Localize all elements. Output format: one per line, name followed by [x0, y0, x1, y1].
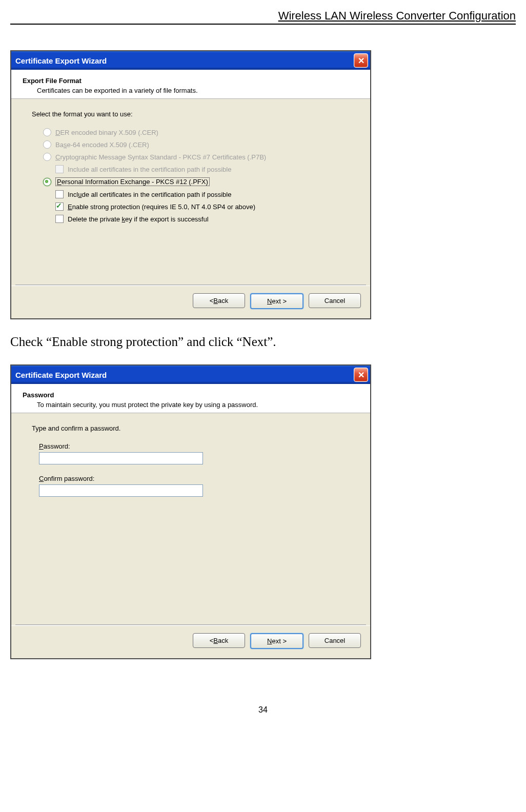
password-input[interactable]	[39, 452, 203, 464]
checkbox-icon	[55, 165, 64, 173]
checkbox-icon[interactable]	[55, 202, 64, 211]
radio-icon	[43, 140, 51, 149]
header-panel: Password To maintain security, you must …	[11, 384, 370, 413]
dialog-export-format: Certificate Export Wizard ✕ Export File …	[10, 50, 371, 319]
button-row: < Back Next > Cancel	[11, 625, 370, 658]
button-row: < Back Next > Cancel	[11, 286, 370, 318]
checkbox-icon[interactable]	[55, 190, 64, 198]
page-header: Wireless LAN Wireless Converter Configur…	[10, 9, 516, 25]
radio-der: DER encoded binary X.509 (.CER)	[43, 128, 350, 136]
body-panel: Select the format you want to use: DER e…	[11, 99, 370, 285]
checkbox-delete-key[interactable]: Delete the private key if the export is …	[55, 215, 350, 223]
radio-label: Base-64 encoded X.509 (.CER)	[55, 141, 149, 149]
radio-icon	[43, 128, 51, 136]
confirm-label: Confirm password:	[39, 475, 350, 482]
titlebar-text: Certificate Export Wizard	[15, 371, 107, 379]
panel-title: Export File Format	[23, 77, 359, 85]
checkbox-label: Enable strong protection (requires IE 5.…	[68, 203, 255, 211]
panel-subtitle: Certificates can be exported in a variet…	[37, 87, 359, 94]
checkbox-icon[interactable]	[55, 215, 64, 223]
back-button[interactable]: < Back	[193, 633, 245, 648]
page-instruction: Check “Enable strong protection” and cli…	[10, 335, 516, 349]
checkbox-strong-protection[interactable]: Enable strong protection (requires IE 5.…	[55, 202, 350, 211]
close-icon[interactable]: ✕	[354, 368, 368, 382]
titlebar-text: Certificate Export Wizard	[15, 56, 107, 65]
titlebar: Certificate Export Wizard ✕	[11, 366, 370, 384]
password-field-group: Password:	[39, 442, 350, 464]
titlebar: Certificate Export Wizard ✕	[11, 51, 370, 70]
radio-icon	[43, 153, 51, 161]
format-instruction: Select the format you want to use:	[32, 110, 350, 118]
back-button[interactable]: < Back	[193, 293, 245, 308]
next-button[interactable]: Next >	[250, 633, 304, 649]
checkbox-label: Include all certificates in the certific…	[68, 166, 231, 173]
radio-base64: Base-64 encoded X.509 (.CER)	[43, 140, 350, 149]
radio-label: Cryptographic Message Syntax Standard - …	[55, 153, 266, 161]
header-panel: Export File Format Certificates can be e…	[11, 70, 370, 99]
cancel-button[interactable]: Cancel	[309, 293, 361, 308]
body-panel: Type and confirm a password. Password: C…	[11, 413, 370, 624]
close-icon[interactable]: ✕	[354, 53, 368, 68]
dialog-password: Certificate Export Wizard ✕ Password To …	[10, 364, 371, 659]
checkbox-label: Include all certificates in the certific…	[68, 191, 231, 198]
page-number: 34	[0, 705, 526, 725]
next-button[interactable]: Next >	[250, 293, 304, 309]
password-instruction: Type and confirm a password.	[32, 424, 350, 432]
radio-icon[interactable]	[43, 178, 51, 186]
radio-p7b: Cryptographic Message Syntax Standard - …	[43, 153, 350, 161]
confirm-field-group: Confirm password:	[39, 475, 350, 497]
radio-pfx[interactable]: Personal Information Exchange - PKCS #12…	[43, 177, 350, 186]
checkbox-include-all[interactable]: Include all certificates in the certific…	[55, 190, 350, 198]
password-label: Password:	[39, 442, 350, 450]
panel-subtitle: To maintain security, you must protect t…	[37, 401, 359, 409]
radio-label: DER encoded binary X.509 (.CER)	[55, 129, 158, 136]
cancel-button[interactable]: Cancel	[309, 633, 361, 648]
checkbox-p7b-include: Include all certificates in the certific…	[55, 165, 350, 173]
panel-title: Password	[23, 391, 359, 399]
checkbox-label: Delete the private key if the export is …	[68, 215, 209, 223]
confirm-password-input[interactable]	[39, 484, 203, 497]
radio-label: Personal Information Exchange - PKCS #12…	[55, 177, 210, 186]
